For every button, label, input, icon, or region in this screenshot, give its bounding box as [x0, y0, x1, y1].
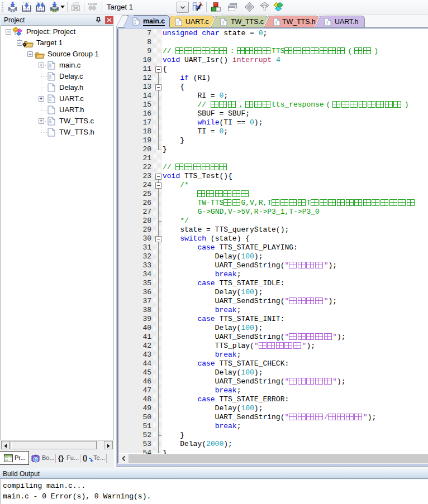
svg-text:?: ? [35, 458, 37, 462]
svg-text:LOAD: LOAD [88, 2, 97, 6]
